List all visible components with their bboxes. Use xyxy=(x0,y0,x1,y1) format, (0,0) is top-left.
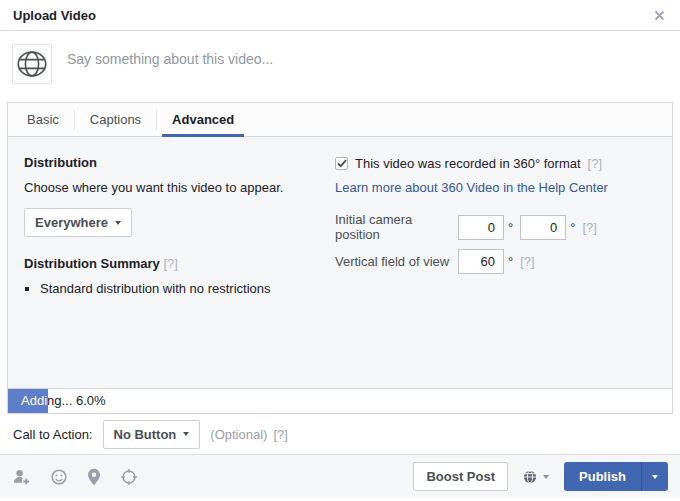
vertical-fov-row: Vertical field of view ° [?] xyxy=(335,249,657,274)
close-button[interactable] xyxy=(652,8,667,23)
tab-bar: Basic Captions Advanced xyxy=(8,103,672,137)
chevron-down-icon xyxy=(115,221,121,225)
initial-camera-position-row: Initial camera position ° ° [?] xyxy=(335,212,657,242)
boost-post-button[interactable]: Boost Post xyxy=(413,462,508,491)
tab-advanced[interactable]: Advanced xyxy=(157,103,249,136)
cta-label: Call to Action: xyxy=(13,427,93,442)
chevron-down-icon xyxy=(543,475,549,479)
advanced-tab-content: Distribution Choose where you want this … xyxy=(8,137,672,388)
privacy-selector[interactable] xyxy=(523,470,549,484)
progress-fill: Adding... 6.0% xyxy=(8,389,48,413)
video-description-input[interactable] xyxy=(65,44,668,68)
help-center-link[interactable]: Learn more about 360 Video in the Help C… xyxy=(335,180,608,195)
dialog-header: Upload Video xyxy=(0,0,680,31)
footer-toolbar: Boost Post Publish xyxy=(0,454,680,498)
vertical-fov-input[interactable] xyxy=(458,249,504,274)
distribution-summary-heading: Distribution Summary [?] xyxy=(24,256,335,271)
tab-captions[interactable]: Captions xyxy=(75,103,156,136)
crosshair-icon xyxy=(120,468,138,486)
upload-settings-panel: Basic Captions Advanced Distribution Cho… xyxy=(7,102,673,414)
degree-symbol: ° xyxy=(508,220,513,235)
video-360-thumbnail xyxy=(12,44,52,84)
video-360-section: This video was recorded in 360° format [… xyxy=(335,152,657,373)
tag-people-button[interactable] xyxy=(12,468,31,486)
sphere-360-icon xyxy=(15,48,49,80)
degree-symbol: ° xyxy=(508,254,513,269)
globe-icon xyxy=(523,470,537,484)
tag-people-icon xyxy=(12,468,31,486)
page-title: Upload Video xyxy=(13,8,652,23)
distribution-description: Choose where you want this video to appe… xyxy=(24,180,335,195)
composer xyxy=(0,31,680,102)
degree-symbol: ° xyxy=(570,220,575,235)
location-pin-icon xyxy=(87,468,101,486)
call-to-action-row: Call to Action: No Button (Optional) [?] xyxy=(0,414,680,454)
check-in-button[interactable] xyxy=(87,468,101,486)
help-badge[interactable]: [?] xyxy=(520,254,534,269)
check-icon xyxy=(337,159,347,168)
chevron-down-icon xyxy=(652,475,658,479)
crosshair-360-button[interactable] xyxy=(120,468,138,486)
upload-progress-bar: Adding... 6.0% Adding... 6.0% xyxy=(8,388,672,413)
publish-options-button[interactable] xyxy=(641,462,668,491)
close-icon xyxy=(654,10,665,21)
smiley-icon xyxy=(50,468,68,486)
publish-button[interactable]: Publish xyxy=(564,462,641,491)
checkbox-360[interactable] xyxy=(335,157,348,170)
help-badge[interactable]: [?] xyxy=(163,256,177,271)
distribution-heading: Distribution xyxy=(24,155,335,170)
recorded-360-row: This video was recorded in 360° format [… xyxy=(335,156,657,171)
list-item: Standard distribution with no restrictio… xyxy=(40,281,335,296)
help-badge[interactable]: [?] xyxy=(588,156,602,171)
help-badge[interactable]: [?] xyxy=(582,220,596,235)
vertical-fov-label: Vertical field of view xyxy=(335,254,458,269)
feeling-activity-button[interactable] xyxy=(50,468,68,486)
camera-tilt-input[interactable] xyxy=(520,215,566,240)
cta-dropdown[interactable]: No Button xyxy=(103,420,201,449)
tab-basic[interactable]: Basic xyxy=(12,103,74,136)
camera-pan-input[interactable] xyxy=(458,215,504,240)
chevron-down-icon xyxy=(183,432,189,436)
help-badge[interactable]: [?] xyxy=(273,427,287,442)
checkbox-360-label: This video was recorded in 360° format xyxy=(355,156,581,171)
publish-split-button: Publish xyxy=(564,462,668,491)
distribution-section: Distribution Choose where you want this … xyxy=(23,152,335,373)
cta-optional-text: (Optional) xyxy=(210,427,267,442)
distribution-dropdown[interactable]: Everywhere xyxy=(24,208,132,237)
progress-label: Adding... 6.0% xyxy=(8,389,672,413)
progress-label-overlay: Adding... 6.0% xyxy=(8,389,48,413)
distribution-summary-list: Standard distribution with no restrictio… xyxy=(24,281,335,296)
initial-camera-label: Initial camera position xyxy=(335,212,458,242)
